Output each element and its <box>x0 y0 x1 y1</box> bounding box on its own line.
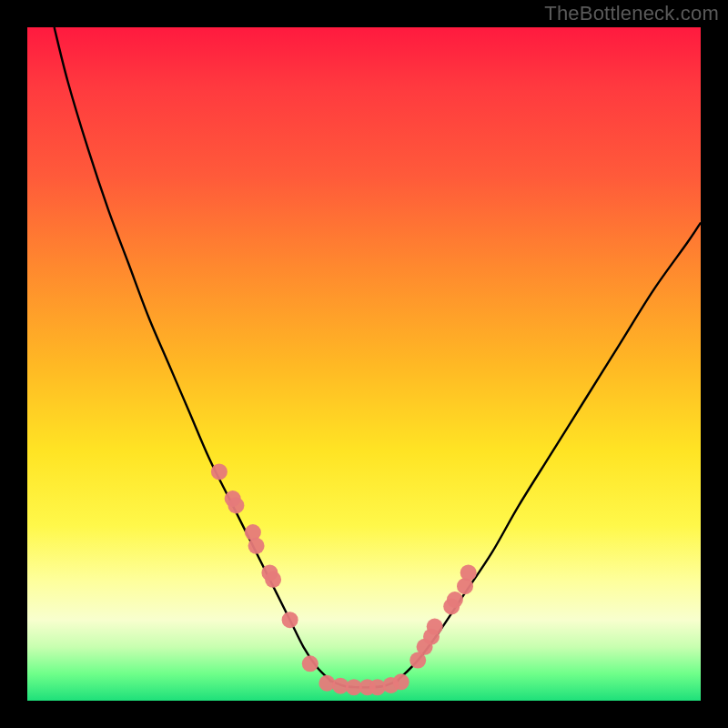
data-marker <box>248 538 265 554</box>
data-marker <box>447 592 463 608</box>
watermark-text: TheBottleneck.com <box>544 2 719 25</box>
data-marker <box>427 619 443 635</box>
chart-frame: TheBottleneck.com <box>0 0 728 728</box>
data-marker <box>211 463 228 480</box>
data-marker <box>460 564 477 581</box>
data-marker <box>302 655 318 672</box>
data-marker <box>318 675 335 692</box>
plot-area <box>27 27 701 701</box>
data-marker <box>393 673 410 690</box>
data-marker <box>265 571 281 588</box>
curve-layer <box>27 27 701 701</box>
data-marker <box>228 497 244 513</box>
bottleneck-curve <box>55 27 701 687</box>
data-marker <box>282 612 298 628</box>
